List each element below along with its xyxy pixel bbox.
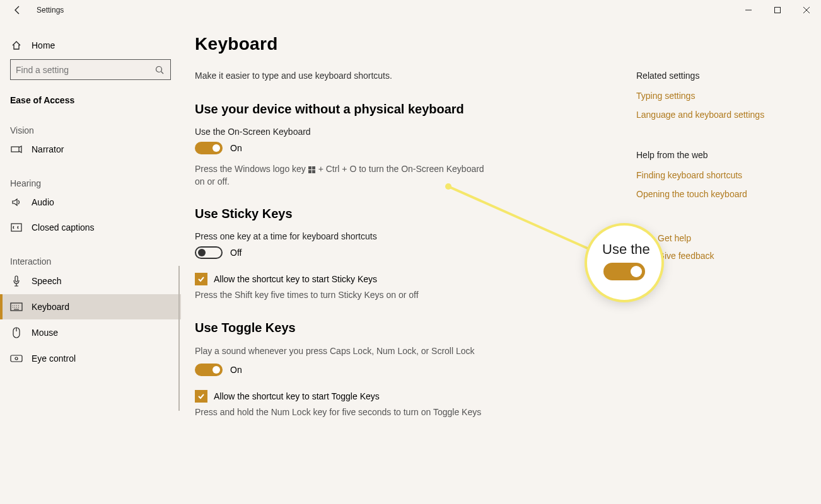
sidebar: Home Ease of Access Vision Narrator Hear…: [0, 20, 181, 504]
search-input[interactable]: [16, 65, 155, 75]
link-typing-settings[interactable]: Typing settings: [636, 91, 791, 110]
togglekeys-check-label: Allow the shortcut key to start Toggle K…: [214, 391, 380, 401]
togglekeys-label: Play a sound whenever you press Caps Loc…: [195, 345, 485, 364]
sticky-toggle-state: Off: [230, 248, 242, 258]
search-input-container[interactable]: [10, 59, 171, 80]
page-title: Keyboard: [195, 34, 636, 71]
home-nav[interactable]: Home: [0, 35, 181, 59]
osk-toggle[interactable]: [195, 142, 223, 154]
mouse-icon: [10, 327, 23, 338]
togglekeys-shortcut-checkbox[interactable]: [195, 390, 207, 403]
close-button[interactable]: [792, 0, 821, 20]
nav-label: Audio: [32, 197, 54, 207]
nav-mouse[interactable]: Mouse: [0, 319, 181, 346]
sticky-check-hint: Press the Shift key five times to turn S…: [195, 289, 485, 317]
callout-text: Use the: [587, 241, 650, 258]
give-feedback-label: Give feedback: [658, 251, 714, 261]
svg-point-11: [15, 357, 18, 360]
nav-label: Speech: [32, 276, 61, 286]
nav-narrator[interactable]: Narrator: [0, 137, 181, 162]
title-bar: Settings: [0, 0, 821, 20]
section-heading-osk: Use your device without a physical keybo…: [195, 98, 636, 127]
link-keyboard-shortcuts[interactable]: Finding keyboard shortcuts: [636, 170, 791, 189]
section-heading-sticky: Use Sticky Keys: [195, 203, 636, 231]
narrator-icon: [10, 145, 23, 154]
osk-hint: Press the Windows logo key + Ctrl + O to…: [195, 163, 485, 203]
nav-closed-captions[interactable]: Closed captions: [0, 215, 181, 240]
sidebar-scrollbar[interactable]: [178, 266, 180, 411]
sticky-shortcut-checkbox[interactable]: [195, 273, 207, 285]
web-help-heading: Help from the web: [636, 150, 791, 170]
home-icon: [10, 40, 23, 50]
keyboard-icon: [10, 302, 23, 311]
related-heading: Related settings: [636, 71, 791, 91]
window-title: Settings: [37, 6, 64, 14]
main-content: Keyboard Make it easier to type and use …: [195, 34, 636, 504]
svg-point-2: [156, 66, 162, 72]
togglekeys-check-hint: Press and hold the Num Lock key for five…: [195, 406, 485, 425]
nav-label: Keyboard: [32, 302, 69, 312]
nav-label: Mouse: [32, 328, 58, 338]
section-heading-toggle-keys: Use Toggle Keys: [195, 317, 636, 345]
nav-audio[interactable]: Audio: [0, 190, 181, 215]
nav-label: Narrator: [32, 144, 64, 154]
sticky-check-label: Allow the shortcut key to start Sticky K…: [214, 274, 377, 284]
togglekeys-toggle[interactable]: [195, 364, 223, 376]
callout-toggle: [603, 263, 645, 280]
nav-eye-control[interactable]: Eye control: [0, 346, 181, 371]
mic-icon: [10, 275, 23, 287]
page-subtitle: Make it easier to type and use keyboard …: [195, 71, 636, 98]
home-label: Home: [32, 40, 55, 50]
svg-rect-4: [11, 147, 19, 152]
nav-label: Closed captions: [32, 222, 95, 232]
link-touch-keyboard[interactable]: Opening the touch keyboard: [636, 189, 791, 208]
group-hearing: Hearing: [0, 162, 181, 190]
search-icon: [155, 66, 165, 74]
togglekeys-toggle-state: On: [230, 365, 242, 375]
svg-rect-6: [15, 276, 18, 282]
sticky-toggle[interactable]: [195, 246, 223, 259]
windows-key-icon: [308, 166, 316, 173]
link-language-keyboard[interactable]: Language and keyboard settings: [636, 110, 791, 129]
nav-label: Eye control: [32, 353, 76, 364]
audio-icon: [10, 197, 23, 207]
group-vision: Vision: [0, 109, 181, 137]
nav-keyboard[interactable]: Keyboard: [0, 294, 181, 319]
svg-line-3: [161, 71, 164, 74]
maximize-button[interactable]: [763, 0, 792, 20]
back-button[interactable]: [8, 5, 28, 15]
callout-magnifier: Use the: [587, 226, 661, 300]
eye-icon: [10, 354, 23, 363]
get-help-link[interactable]: Get help: [636, 229, 791, 247]
get-help-label: Get help: [658, 233, 691, 243]
sticky-label: Press one key at a time for keyboard sho…: [195, 231, 636, 246]
svg-rect-10: [11, 355, 22, 362]
captions-icon: [10, 223, 23, 232]
svg-rect-1: [775, 8, 781, 13]
nav-speech[interactable]: Speech: [0, 268, 181, 294]
category-title: Ease of Access: [0, 89, 181, 109]
group-interaction: Interaction: [0, 240, 181, 268]
osk-toggle-state: On: [230, 143, 242, 153]
osk-label: Use the On-Screen Keyboard: [195, 127, 636, 142]
minimize-button[interactable]: [734, 0, 763, 20]
